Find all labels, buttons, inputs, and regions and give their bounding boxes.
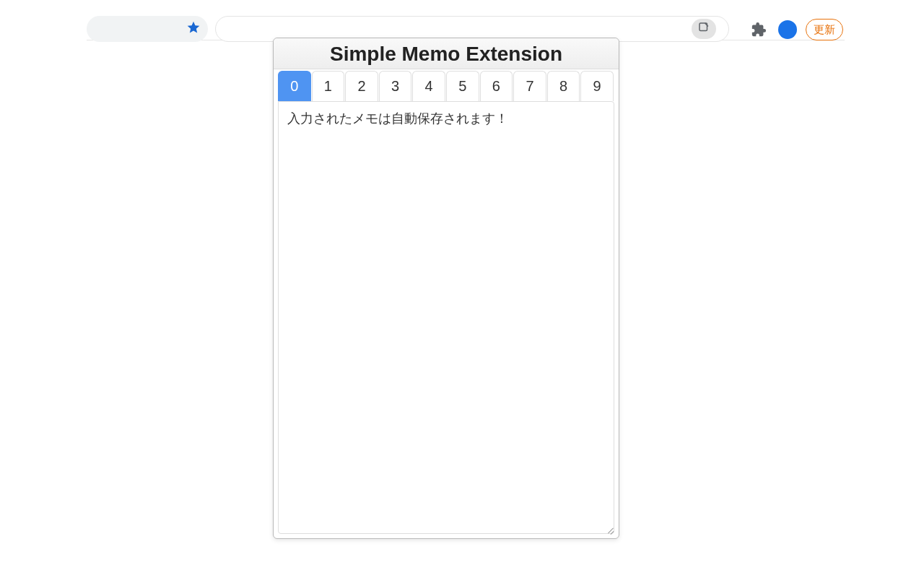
memo-tab-1[interactable]: 1 [312,71,345,101]
popup-title: Simple Memo Extension [274,43,619,66]
edit-note-icon [697,21,710,37]
memo-tab-7[interactable]: 7 [513,71,546,101]
extension-popup: Simple Memo Extension 0 1 2 3 4 5 6 7 8 … [273,38,619,539]
update-button[interactable]: 更新 [806,19,843,40]
memo-tab-0[interactable]: 0 [278,71,311,101]
extensions-icon[interactable] [751,22,767,38]
memo-tabs: 0 1 2 3 4 5 6 7 8 9 [274,69,619,101]
memo-textarea[interactable] [278,101,614,534]
memo-tab-4[interactable]: 4 [412,71,445,101]
browser-tab[interactable] [87,16,208,42]
browser-toolbar: 更新 [87,0,845,40]
memo-tab-9[interactable]: 9 [580,71,614,101]
memo-tab-3[interactable]: 3 [379,71,412,101]
profile-avatar[interactable] [778,20,797,39]
popup-header: Simple Memo Extension [274,38,619,69]
memo-tab-5[interactable]: 5 [446,71,479,101]
memo-tab-2[interactable]: 2 [345,71,378,101]
extension-button-memo[interactable] [692,19,716,39]
memo-tab-8[interactable]: 8 [547,71,580,101]
memo-tab-6[interactable]: 6 [480,71,513,101]
star-icon [186,20,201,38]
